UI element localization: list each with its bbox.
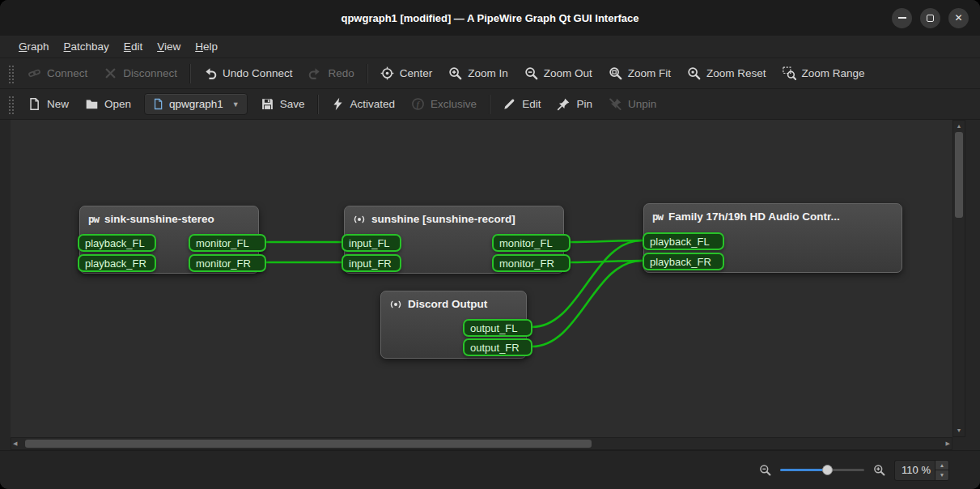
patchbay-select-value: qpwgraph1 — [169, 98, 223, 110]
redo-icon — [308, 66, 322, 80]
toolbar-grip[interactable] — [8, 64, 15, 83]
center-button[interactable]: Center — [372, 62, 441, 86]
scrollbar-corner — [952, 437, 965, 450]
vertical-scrollbar[interactable]: ▲ ▼ — [952, 120, 965, 437]
zoom-fit-button[interactable]: Zoom Fit — [600, 62, 679, 86]
exclusive-button[interactable]: f Exclusive — [403, 92, 485, 117]
patchbay-file-icon — [152, 98, 164, 110]
svg-text:f: f — [417, 100, 421, 108]
new-file-icon — [28, 97, 41, 111]
node-sink-sunshine-stereo[interactable]: pw sink-sunshine-stereo playback_FL play… — [79, 206, 259, 274]
minimize-button[interactable] — [892, 8, 912, 28]
port-monitor-fr[interactable]: monitor_FR — [492, 254, 571, 272]
maximize-button[interactable] — [920, 8, 940, 28]
open-label: Open — [104, 98, 131, 110]
toolbar-separator — [489, 95, 490, 114]
zoom-range-button[interactable]: Zoom Range — [774, 62, 873, 86]
unpin-button[interactable]: Unpin — [600, 92, 664, 117]
node-discord-output[interactable]: Discord Output output_FL output_FR — [380, 291, 527, 359]
unpin-label: Unpin — [628, 98, 656, 110]
node-title: sunshine [sunshine-record] — [345, 206, 563, 232]
scroll-up-arrow[interactable]: ▲ — [953, 121, 965, 132]
minimize-icon — [898, 17, 906, 19]
undo-connect-button[interactable]: Undo Connect — [195, 62, 300, 86]
port-monitor-fl[interactable]: monitor_FL — [189, 234, 266, 252]
toolbar-separator — [367, 64, 368, 83]
zoom-slider-fill — [780, 469, 827, 471]
zoom-in-small-icon[interactable] — [873, 464, 885, 476]
pin-icon — [557, 97, 571, 111]
open-folder-icon — [85, 97, 99, 111]
edit-button[interactable]: Edit — [494, 92, 549, 117]
new-label: New — [47, 98, 69, 110]
disconnect-button[interactable]: Disconnect — [95, 62, 185, 86]
port-playback-fr[interactable]: playback_FR — [643, 253, 724, 270]
zoom-reset-label: Zoom Reset — [706, 67, 766, 79]
horizontal-scrollbar[interactable]: ◀ ▶ — [11, 437, 952, 450]
zoom-fit-icon — [609, 66, 622, 80]
pipewire-icon: pw — [652, 210, 663, 223]
toolbar-grip[interactable] — [8, 95, 15, 114]
spin-down-arrow[interactable]: ▼ — [935, 470, 948, 480]
connect-button[interactable]: Connect — [19, 62, 95, 86]
node-title: Discord Output — [381, 291, 526, 317]
save-button[interactable]: Save — [252, 92, 313, 117]
port-playback-fl[interactable]: playback_FL — [78, 234, 156, 252]
open-button[interactable]: Open — [77, 92, 139, 117]
center-icon — [380, 66, 394, 80]
horizontal-scroll-thumb[interactable] — [25, 440, 592, 448]
patchbay-select[interactable]: qpwgraph1 ▼ — [144, 93, 248, 115]
port-input-fr[interactable]: input_FR — [342, 254, 401, 272]
port-monitor-fr[interactable]: monitor_FR — [189, 254, 266, 272]
edit-pencil-icon — [503, 97, 516, 111]
menu-patchbay[interactable]: Patchbay — [57, 37, 117, 56]
close-button[interactable]: ✕ — [948, 8, 969, 28]
spin-buttons: ▲ ▼ — [935, 461, 948, 480]
close-icon: ✕ — [954, 13, 962, 23]
menu-help[interactable]: Help — [188, 37, 225, 56]
zoom-in-button[interactable]: Zoom In — [440, 62, 516, 86]
zoom-in-icon — [448, 66, 462, 80]
graph-canvas[interactable]: pw sink-sunshine-stereo playback_FL play… — [11, 120, 952, 437]
activated-button[interactable]: Activated — [323, 92, 404, 117]
port-monitor-fl[interactable]: monitor_FL — [492, 234, 571, 252]
scroll-down-arrow[interactable]: ▼ — [953, 425, 965, 436]
undo-connect-label: Undo Connect — [223, 67, 292, 79]
zoom-slider-handle[interactable] — [822, 465, 833, 475]
node-family-hd-audio[interactable]: pw Family 17h/19h HD Audio Contr... play… — [643, 203, 902, 273]
menu-edit[interactable]: Edit — [117, 37, 150, 56]
toolbar-separator — [317, 95, 319, 114]
zoom-range-label: Zoom Range — [802, 67, 865, 79]
zoom-out-small-icon[interactable] — [759, 464, 771, 476]
port-playback-fl[interactable]: playback_FL — [643, 232, 724, 250]
vertical-scroll-thumb[interactable] — [955, 132, 963, 218]
zoom-reset-icon — [687, 66, 701, 80]
redo-label: Redo — [328, 67, 354, 79]
scroll-left-arrow[interactable]: ◀ — [13, 438, 17, 449]
port-output-fl[interactable]: output_FL — [463, 319, 532, 337]
node-sunshine[interactable]: sunshine [sunshine-record] input_FL inpu… — [344, 206, 564, 274]
maximize-icon — [927, 15, 934, 22]
port-playback-fr[interactable]: playback_FR — [78, 254, 156, 272]
zoom-slider[interactable] — [780, 463, 864, 477]
menu-view[interactable]: View — [150, 37, 188, 56]
port-input-fl[interactable]: input_FL — [342, 234, 401, 252]
zoom-out-button[interactable]: Zoom Out — [516, 62, 600, 86]
window-title: qpwgraph1 [modified] — A PipeWire Graph … — [341, 12, 638, 24]
edit-label: Edit — [522, 98, 541, 110]
redo-button[interactable]: Redo — [300, 62, 362, 86]
port-output-fr[interactable]: output_FR — [463, 338, 532, 356]
zoom-reset-button[interactable]: Zoom Reset — [679, 62, 774, 86]
zoom-value[interactable]: 110 % — [895, 461, 935, 480]
zoom-spinbox[interactable]: 110 % ▲ ▼ — [894, 460, 949, 481]
zoom-out-icon — [524, 66, 538, 80]
scroll-right-arrow[interactable]: ▶ — [946, 438, 950, 449]
spin-up-arrow[interactable]: ▲ — [935, 461, 948, 470]
menu-graph[interactable]: Graph — [11, 37, 57, 56]
window-controls: ✕ — [892, 0, 969, 36]
pin-button[interactable]: Pin — [549, 92, 600, 117]
exclusive-label: Exclusive — [431, 98, 477, 110]
new-button[interactable]: New — [19, 92, 77, 117]
audio-app-icon — [353, 213, 366, 226]
pin-label: Pin — [576, 98, 592, 110]
